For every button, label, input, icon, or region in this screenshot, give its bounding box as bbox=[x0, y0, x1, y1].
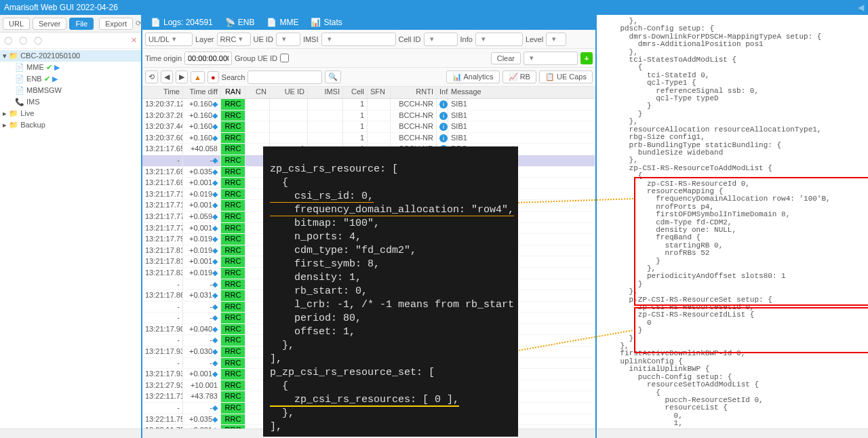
file-button[interactable]: File bbox=[69, 18, 94, 30]
app-title: Amarisoft Web GUI 2022-04-26 bbox=[4, 3, 858, 12]
table-row[interactable]: 13:20:37.121+0.160◆RRC1BCCH-NRiSIB1 bbox=[142, 99, 595, 111]
stop-icon[interactable]: ◯ bbox=[34, 36, 42, 45]
side-icons: ◯ ◯ ◯ ✕ bbox=[0, 33, 141, 49]
imsi-label: IMSI bbox=[303, 35, 319, 43]
tree-ims[interactable]: 📞 IMS bbox=[12, 96, 141, 108]
tab-mme[interactable]: 📄MME bbox=[261, 16, 304, 28]
table-row[interactable]: 13:20:37.281+0.160◆RRC1BCCH-NRiSIB1 bbox=[142, 111, 595, 122]
ueid-combo[interactable]: ▾ bbox=[276, 33, 300, 46]
rb-button[interactable]: 📈 RB bbox=[502, 71, 536, 83]
level-combo[interactable]: ▾ bbox=[546, 33, 566, 46]
tab-logs[interactable]: 📄Logs: 204591 bbox=[145, 16, 218, 28]
uldl-combo[interactable]: UL/DL▾ bbox=[145, 33, 193, 46]
time-origin-label: Time origin bbox=[145, 54, 182, 62]
app-header: Amarisoft Web GUI 2022-04-26 ◀ bbox=[0, 0, 868, 15]
analytics-button[interactable]: 📊 Analytics bbox=[446, 71, 499, 83]
close-icon[interactable]: ✕ bbox=[131, 36, 137, 45]
url-button[interactable]: URL bbox=[3, 18, 30, 30]
ueid-label: UE ID bbox=[254, 35, 273, 43]
file-tree: ▾ 📁 CBC-2021050100 📄 MME ✔ ▶ 📄 ENB ✔ ▶ 📄… bbox=[0, 49, 141, 429]
tree-backup[interactable]: ▸ 📁 Backup bbox=[0, 119, 141, 131]
tree-mme[interactable]: 📄 MME ✔ ▶ bbox=[12, 62, 141, 73]
play-icon[interactable]: ◯ bbox=[19, 36, 27, 45]
prev-icon[interactable]: ◯ bbox=[4, 36, 12, 45]
layer-combo[interactable]: RRC▾ bbox=[217, 33, 251, 46]
search-input[interactable] bbox=[248, 71, 322, 84]
error-icon[interactable]: ● bbox=[208, 71, 219, 83]
warn-icon[interactable]: ▲ bbox=[191, 71, 205, 83]
info-combo[interactable]: ▾ bbox=[475, 33, 523, 46]
binoculars-icon[interactable]: 🔍 bbox=[325, 71, 341, 83]
search-label: Search bbox=[222, 73, 245, 81]
highlight-box-2 bbox=[634, 307, 868, 353]
main-tabs: 📄Logs: 204591 📡ENB 📄MME 📊Stats bbox=[142, 15, 595, 30]
cellid-combo[interactable]: ▾ bbox=[424, 33, 458, 46]
collapse-icon[interactable]: ◀ bbox=[858, 3, 864, 12]
info-label: Info bbox=[460, 35, 473, 43]
tree-live[interactable]: ▸ 📁 Live bbox=[0, 108, 141, 119]
time-origin-input[interactable] bbox=[184, 52, 232, 65]
tab-stats[interactable]: 📊Stats bbox=[305, 16, 347, 28]
group-label: Group UE ID bbox=[235, 54, 277, 62]
table-row[interactable]: 13:20:37.441+0.160◆RRC1BCCH-NRiSIB1 bbox=[142, 121, 595, 133]
tree-mbmsgw[interactable]: 📄 MBMSGW bbox=[12, 85, 141, 96]
cellid-label: Cell ID bbox=[399, 35, 421, 43]
refresh-icon[interactable]: ⟳ bbox=[136, 19, 142, 28]
highlight-box-1 bbox=[634, 177, 868, 306]
sidebar: URL Server File Export ⟳ ◯ ◯ ◯ ✕ ▾ 📁 CBC… bbox=[0, 15, 142, 438]
tab-enb[interactable]: 📡ENB bbox=[220, 16, 260, 28]
table-header: TimeTime diff RANCN UE IDIMSI CellSFN RN… bbox=[142, 87, 595, 99]
export-button[interactable]: Export bbox=[99, 18, 133, 30]
nav-prev-icon[interactable]: ◀ bbox=[161, 71, 173, 83]
group-checkbox[interactable] bbox=[280, 54, 289, 62]
detail-panel: }, pdsch-Config setup: { dmrs-DownlinkFo… bbox=[597, 15, 868, 438]
tree-root[interactable]: ▾ 📁 CBC-2021050100 bbox=[0, 50, 141, 62]
tree-enb[interactable]: 📄 ENB ✔ ▶ bbox=[12, 73, 141, 85]
clear-combo[interactable]: ▾ bbox=[524, 52, 578, 65]
layer-label: Layer bbox=[195, 35, 214, 43]
overlay-code-block: zp_csi_rs_resource: [ { csi_rs_id: 0, fr… bbox=[263, 146, 518, 437]
server-button[interactable]: Server bbox=[33, 18, 66, 30]
nav-first-icon[interactable]: ⟲ bbox=[145, 71, 158, 83]
table-row[interactable]: 13:20:37.601+0.160◆RRC1BCCH-NRiSIB1 bbox=[142, 133, 595, 144]
clear-button[interactable]: Clear bbox=[491, 52, 521, 64]
uecaps-button[interactable]: 📋 UE Caps bbox=[539, 71, 593, 83]
nav-next-icon[interactable]: ▶ bbox=[176, 71, 188, 83]
add-icon[interactable]: + bbox=[580, 52, 593, 64]
level-label: Level bbox=[526, 35, 543, 43]
imsi-combo[interactable]: ▾ bbox=[321, 33, 396, 46]
